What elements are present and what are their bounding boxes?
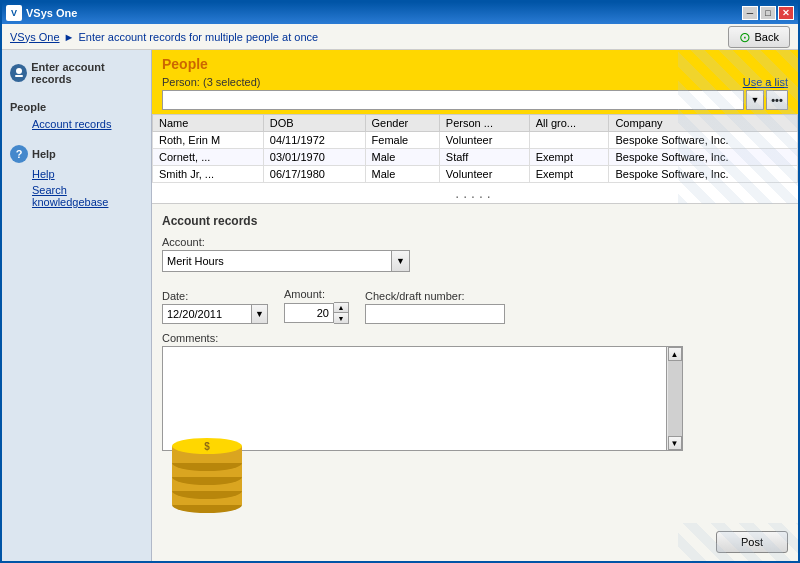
breadcrumb-home-link[interactable]: VSys One — [10, 31, 60, 43]
account-input[interactable] — [162, 250, 392, 272]
table-cell: Exempt — [529, 149, 609, 166]
use-list-link[interactable]: Use a list — [743, 76, 788, 88]
table-cell: Bespoke Software, Inc. — [609, 149, 798, 166]
person-input[interactable] — [162, 90, 744, 110]
scroll-track — [668, 361, 682, 436]
svg-point-0 — [16, 68, 22, 74]
minimize-button[interactable]: ─ — [742, 6, 758, 20]
app-window: V VSys One ─ □ ✕ VSys One ► Enter accoun… — [0, 0, 800, 563]
sidebar-help-header[interactable]: ? Help — [6, 142, 147, 166]
table-row[interactable]: Cornett, ...03/01/1970MaleStaffExemptBes… — [153, 149, 798, 166]
person-count: Person: (3 selected) — [162, 76, 743, 88]
person-selector-row: ▼ ••• — [162, 90, 788, 110]
date-input-wrap: ▼ — [162, 304, 268, 324]
account-section-title: Account records — [162, 214, 788, 228]
table-cell: Volunteer — [439, 166, 529, 183]
post-row: Post — [152, 523, 798, 561]
amount-input[interactable] — [284, 303, 334, 323]
date-group: Date: ▼ — [162, 290, 268, 324]
amount-spinner: ▲ ▼ — [334, 302, 349, 324]
table-cell: Cornett, ... — [153, 149, 264, 166]
table-cell: 04/11/1972 — [263, 132, 365, 149]
account-dropdown-button[interactable]: ▼ — [392, 250, 410, 272]
table-cell: Bespoke Software, Inc. — [609, 166, 798, 183]
people-title: People — [162, 56, 788, 72]
sidebar: Enter account records People Account rec… — [2, 50, 152, 561]
check-label: Check/draft number: — [365, 290, 505, 302]
sidebar-item-knowledgebase[interactable]: Search knowledgebase — [6, 182, 147, 210]
title-bar: V VSys One ─ □ ✕ — [2, 2, 798, 24]
post-button[interactable]: Post — [716, 531, 788, 553]
nav-bar: VSys One ► Enter account records for mul… — [2, 24, 798, 50]
table-cell: Female — [365, 132, 439, 149]
sidebar-item-account-records[interactable]: Account records — [6, 116, 147, 132]
table-row[interactable]: Roth, Erin M04/11/1972FemaleVolunteerBes… — [153, 132, 798, 149]
col-header-allgro: All gro... — [529, 115, 609, 132]
amount-down-button[interactable]: ▼ — [334, 313, 348, 323]
comments-row: ▲ ▼ — [162, 346, 788, 451]
check-input[interactable] — [365, 304, 505, 324]
title-bar-left: V VSys One — [6, 5, 77, 21]
col-header-gender: Gender — [365, 115, 439, 132]
main-content: Enter account records People Account rec… — [2, 50, 798, 561]
people-section-label: People — [10, 101, 46, 113]
svg-text:$: $ — [204, 441, 210, 452]
scroll-down-button[interactable]: ▼ — [668, 436, 682, 450]
table-cell: Volunteer — [439, 132, 529, 149]
breadcrumb: VSys One ► Enter account records for mul… — [10, 31, 318, 43]
table-cell: Roth, Erin M — [153, 132, 264, 149]
people-table: Name DOB Gender Person ... All gro... Co… — [152, 114, 798, 204]
back-icon: ⊙ — [739, 29, 751, 45]
account-label: Account: — [162, 236, 788, 248]
coin-decoration: $ — [162, 433, 252, 515]
right-panel: People Person: (3 selected) Use a list ▼… — [152, 50, 798, 561]
amount-group: Amount: ▲ ▼ — [284, 288, 349, 324]
sidebar-enter-header[interactable]: Enter account records — [6, 58, 147, 88]
app-icon: V — [6, 5, 22, 21]
close-button[interactable]: ✕ — [778, 6, 794, 20]
table-cell: Staff — [439, 149, 529, 166]
help-section-label: Help — [32, 148, 56, 160]
person-dropdown-button[interactable]: ▼ — [746, 90, 764, 110]
amount-up-button[interactable]: ▲ — [334, 303, 348, 313]
amount-input-wrap: ▲ ▼ — [284, 302, 349, 324]
date-label: Date: — [162, 290, 268, 302]
sidebar-people-section: People Account records — [6, 98, 147, 132]
comments-scrollbar: ▲ ▼ — [667, 346, 683, 451]
comments-group: Comments: ▲ ▼ — [162, 332, 788, 451]
table-ellipsis: ..... — [152, 183, 798, 203]
person-more-button[interactable]: ••• — [766, 90, 788, 110]
sidebar-help-section: ? Help Help Search knowledgebase — [6, 142, 147, 210]
table-cell: Male — [365, 149, 439, 166]
col-header-company: Company — [609, 115, 798, 132]
table-cell: Bespoke Software, Inc. — [609, 132, 798, 149]
breadcrumb-text: Enter account records for multiple peopl… — [78, 31, 318, 43]
people-header: People Person: (3 selected) Use a list ▼… — [152, 50, 798, 114]
window-title: VSys One — [26, 7, 77, 19]
check-group: Check/draft number: — [365, 290, 505, 324]
table-cell — [529, 132, 609, 149]
title-buttons: ─ □ ✕ — [742, 6, 794, 20]
table-cell: 06/17/1980 — [263, 166, 365, 183]
table-cell: Male — [365, 166, 439, 183]
account-section: Account records Account: ▼ Date: ▼ — [152, 204, 798, 523]
sidebar-people-header: People — [6, 98, 147, 116]
col-header-name: Name — [153, 115, 264, 132]
maximize-button[interactable]: □ — [760, 6, 776, 20]
sidebar-item-help[interactable]: Help — [6, 166, 147, 182]
table-cell: Smith Jr, ... — [153, 166, 264, 183]
breadcrumb-separator: ► — [64, 31, 75, 43]
table-row[interactable]: Smith Jr, ...06/17/1980MaleVolunteerExem… — [153, 166, 798, 183]
account-select-row: ▼ — [162, 250, 788, 272]
table-cell: 03/01/1970 — [263, 149, 365, 166]
svg-rect-1 — [15, 75, 23, 77]
date-dropdown-button[interactable]: ▼ — [252, 304, 268, 324]
help-circle-icon: ? — [10, 145, 28, 163]
table-cell: Exempt — [529, 166, 609, 183]
col-header-dob: DOB — [263, 115, 365, 132]
back-button[interactable]: ⊙ Back — [728, 26, 790, 48]
scroll-up-button[interactable]: ▲ — [668, 347, 682, 361]
enter-records-label: Enter account records — [31, 61, 143, 85]
date-input[interactable] — [162, 304, 252, 324]
enter-records-icon — [10, 64, 27, 82]
